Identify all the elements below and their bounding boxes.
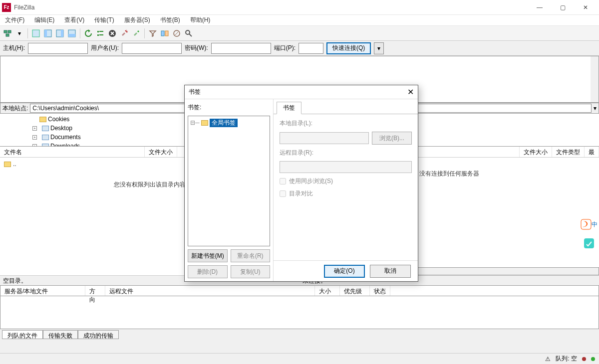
menu-bookmarks[interactable]: 书签(B) [157, 15, 183, 25]
remote-dir-label: 远程目录(R): [280, 149, 412, 157]
menu-file[interactable]: 文件(F) [2, 15, 27, 25]
reconnect-icon[interactable] [131, 28, 142, 39]
col-state[interactable]: 状态 [370, 286, 390, 296]
host-label: 主机(H): [3, 44, 25, 52]
col-name[interactable]: 文件名 [0, 147, 145, 157]
col-size[interactable]: 文件大小 [145, 147, 177, 157]
svg-rect-7 [61, 30, 63, 37]
sitemanager-drop-icon[interactable]: ▾ [14, 28, 25, 39]
svg-rect-3 [32, 30, 39, 37]
sitemanager-icon[interactable] [2, 28, 13, 39]
cancel-button[interactable]: 取消 [370, 265, 411, 278]
toggle-remotetree-icon[interactable] [54, 28, 65, 39]
bookmarks-tree[interactable]: ⊟─ 全局书签 [188, 116, 270, 246]
process-queue-icon[interactable] [95, 28, 106, 39]
bookmarks-label: 书签: [188, 102, 270, 113]
compare-icon[interactable] [159, 28, 170, 39]
user-label: 用户名(U): [91, 44, 119, 52]
pass-input[interactable] [211, 43, 271, 54]
updir[interactable]: .. [13, 161, 16, 168]
minimize-button[interactable]: — [528, 0, 551, 15]
local-dir-label: 本地目录(L): [280, 119, 412, 128]
svg-rect-2 [6, 34, 9, 36]
tree-root[interactable]: 全局书签 [210, 119, 238, 127]
local-site-label: 本地站点: [2, 104, 28, 113]
folder-icon [4, 162, 11, 167]
col-remote[interactable]: 远程文件 [105, 286, 315, 296]
close-button[interactable]: ✕ [574, 0, 597, 15]
scrollbar-icon[interactable] [591, 56, 599, 102]
new-bookmark-button[interactable]: 新建书签(M) [188, 249, 228, 262]
toggle-log-icon[interactable] [30, 28, 41, 39]
tree-item[interactable]: Desktop [50, 125, 72, 132]
svg-rect-12 [165, 31, 168, 36]
sync-label: 使用同步浏览(S) [289, 177, 333, 185]
pass-label: 密码(W): [185, 44, 208, 52]
col-type[interactable]: 文件类型 [552, 147, 585, 157]
queue-tabs: 列队的文件 传输失败 成功的传输 [0, 329, 599, 340]
sync-checkbox [280, 178, 286, 184]
quickconnect-bar: 主机(H): 用户名(U): 密码(W): 端口(P): 快速连接(Q) ▾ [0, 41, 599, 56]
titlebar: Fz FileZilla — ▢ ✕ [0, 0, 599, 15]
col-last[interactable]: 最 [585, 147, 599, 157]
tree-item[interactable]: Cookies [48, 116, 69, 123]
menu-server[interactable]: 服务器(S) [121, 15, 153, 25]
svg-rect-5 [44, 30, 47, 37]
toggle-localtree-icon[interactable] [42, 28, 53, 39]
search-icon[interactable] [183, 28, 194, 39]
svg-rect-11 [161, 31, 164, 36]
app-icon: Fz [2, 3, 11, 12]
tree-item[interactable]: Documents [50, 134, 81, 141]
maximize-button[interactable]: ▢ [551, 0, 574, 15]
menu-transfer[interactable]: 传输(T) [91, 15, 117, 25]
side-widgets: 中 [579, 217, 599, 251]
compare-label: 目录对比 [289, 189, 313, 198]
col-priority[interactable]: 优先级 [340, 286, 370, 296]
toggle-queue-icon[interactable] [66, 28, 77, 39]
tab-failed[interactable]: 传输失败 [43, 330, 78, 339]
activity-led-up [591, 357, 595, 361]
tree-item[interactable]: Downloads [50, 143, 80, 147]
tab-success[interactable]: 成功的传输 [78, 330, 119, 339]
user-input[interactable] [122, 43, 182, 54]
tab-queued[interactable]: 列队的文件 [2, 330, 43, 339]
svg-rect-15 [581, 219, 591, 229]
folder-icon [39, 117, 46, 122]
refresh-icon[interactable] [83, 28, 94, 39]
expand-icon[interactable]: + [32, 126, 37, 131]
port-label: 端口(P): [274, 44, 296, 52]
copy-button: 复制(U) [231, 265, 271, 278]
host-input[interactable] [28, 43, 88, 54]
local-dir-input [280, 132, 369, 144]
menu-view[interactable]: 查看(V) [61, 15, 87, 25]
svg-rect-16 [584, 238, 594, 248]
compare-checkbox [280, 190, 286, 197]
col-direction[interactable]: 方向 [85, 286, 105, 296]
expand-icon[interactable]: + [32, 135, 37, 140]
port-input[interactable] [299, 43, 323, 54]
app-title: FileZilla [14, 4, 34, 11]
menu-edit[interactable]: 编辑(E) [31, 15, 57, 25]
col-server[interactable]: 服务器/本地文件 [0, 286, 85, 296]
quickconnect-button[interactable]: 快速连接(Q) [326, 42, 371, 54]
disconnect-icon[interactable] [119, 28, 130, 39]
col-qsize[interactable]: 大小 [315, 286, 340, 296]
folder-icon [42, 135, 49, 140]
warning-icon[interactable]: ⚠ [545, 356, 551, 363]
menu-help[interactable]: 帮助(H) [187, 15, 214, 25]
assist-widget[interactable] [579, 236, 599, 251]
delete-button: 删除(D) [188, 265, 228, 278]
ok-button[interactable]: 确定(O) [324, 265, 365, 278]
filter-icon[interactable] [147, 28, 158, 39]
ime-widget[interactable]: 中 [579, 217, 599, 232]
cancel-icon[interactable] [107, 28, 118, 39]
dropdown-icon[interactable]: ▾ [594, 105, 597, 112]
rename-button: 重命名(R) [231, 249, 271, 262]
svg-point-14 [186, 30, 190, 34]
sync-browse-icon[interactable] [171, 28, 182, 39]
quickconnect-dropdown[interactable]: ▾ [374, 42, 384, 54]
remote-dir-input [280, 161, 412, 173]
col-size[interactable]: 文件大小 [520, 147, 552, 157]
tab-bookmark[interactable]: 书签 [277, 102, 301, 114]
close-icon[interactable]: ✕ [407, 87, 414, 97]
